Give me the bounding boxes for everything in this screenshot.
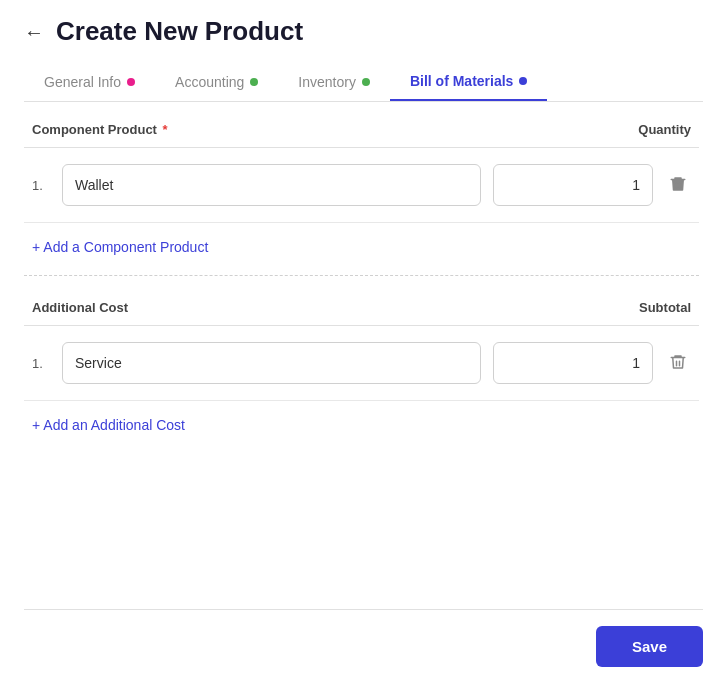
tab-bill-of-materials[interactable]: Bill of Materials [390, 63, 547, 101]
additional-cost-quantity-input[interactable] [493, 342, 653, 384]
subtotal-col-label: Subtotal [639, 300, 691, 315]
header: ← Create New Product [24, 16, 703, 47]
tab-accounting-label: Accounting [175, 74, 244, 90]
additional-cost-header: Additional Cost Subtotal [24, 300, 699, 326]
tab-inventory[interactable]: Inventory [278, 63, 390, 101]
component-product-input[interactable] [62, 164, 481, 206]
save-button[interactable]: Save [596, 626, 703, 667]
tab-bill-of-materials-label: Bill of Materials [410, 73, 513, 89]
delete-component-button[interactable] [665, 171, 691, 200]
additional-cost-section: Additional Cost Subtotal 1. + Add an Add… [24, 280, 699, 449]
component-product-row-number: 1. [32, 178, 50, 193]
component-quantity-input[interactable] [493, 164, 653, 206]
component-product-header: Component Product * Quantity [24, 122, 699, 148]
component-product-section: Component Product * Quantity 1. + Add a [24, 102, 699, 271]
component-product-col-label: Component Product * [32, 122, 168, 137]
component-product-row: 1. [24, 148, 699, 223]
tab-bill-of-materials-dot [519, 77, 527, 85]
tab-general-info[interactable]: General Info [24, 63, 155, 101]
tab-accounting[interactable]: Accounting [155, 63, 278, 101]
quantity-col-label: Quantity [638, 122, 691, 137]
tab-inventory-label: Inventory [298, 74, 356, 90]
required-star: * [159, 122, 168, 137]
page-container: ← Create New Product General Info Accoun… [0, 0, 727, 683]
section-divider [24, 275, 699, 276]
additional-cost-input[interactable] [62, 342, 481, 384]
add-additional-cost-link[interactable]: + Add an Additional Cost [24, 401, 193, 449]
additional-cost-row: 1. [24, 326, 699, 401]
scrollable-content: Component Product * Quantity 1. + Add a [24, 102, 703, 609]
additional-cost-col-label: Additional Cost [32, 300, 128, 315]
back-button[interactable]: ← [24, 22, 44, 42]
tab-general-info-dot [127, 78, 135, 86]
tab-inventory-dot [362, 78, 370, 86]
page-title: Create New Product [56, 16, 303, 47]
tab-accounting-dot [250, 78, 258, 86]
add-component-container: + Add a Component Product [24, 223, 699, 271]
add-component-link[interactable]: + Add a Component Product [24, 223, 216, 271]
delete-additional-cost-button[interactable] [665, 349, 691, 378]
footer: Save [24, 609, 703, 683]
tab-general-info-label: General Info [44, 74, 121, 90]
tabs-container: General Info Accounting Inventory Bill o… [24, 63, 703, 102]
add-additional-cost-container: + Add an Additional Cost [24, 401, 699, 449]
additional-cost-row-number: 1. [32, 356, 50, 371]
